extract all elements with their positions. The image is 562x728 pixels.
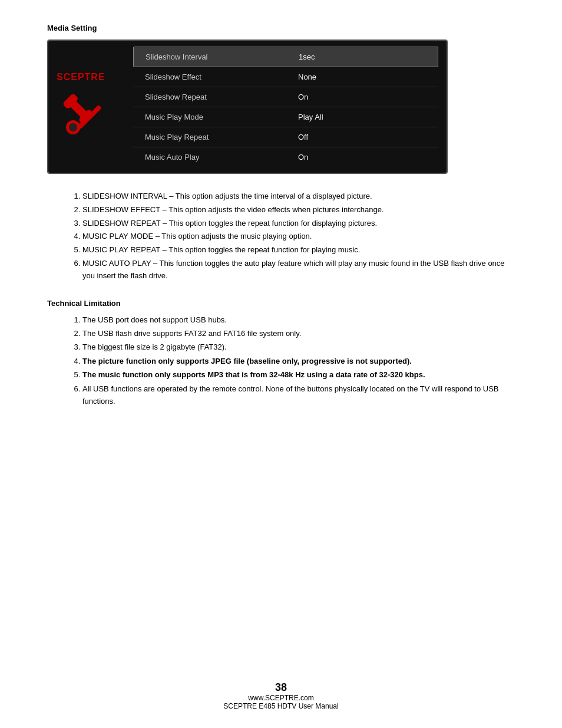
menu-row: Slideshow Interval1sec: [133, 47, 438, 67]
menu-value: 1sec: [299, 52, 315, 61]
menu-row: Music Play ModePlay All: [133, 107, 438, 127]
page-container: Media Setting SCEPTRE: [0, 0, 562, 433]
tech-item: The USB port does not support USB hubs.: [82, 314, 515, 326]
menu-label: Slideshow Repeat: [145, 93, 298, 101]
description-item: SLIDESHOW INTERVAL – This option adjusts…: [82, 190, 515, 203]
menu-value: On: [298, 153, 308, 162]
tech-item: The biggest file size is 2 gigabyte (FAT…: [82, 341, 515, 353]
menu-row: Music Auto PlayOn: [133, 147, 438, 167]
tv-screen: SCEPTRE: [47, 39, 448, 174]
menu-row: Slideshow EffectNone: [133, 67, 438, 87]
page-number: 38: [0, 681, 562, 694]
menu-label: Slideshow Effect: [145, 73, 298, 81]
description-item: MUSIC PLAY REPEAT – This option toggles …: [82, 244, 515, 256]
section-title: Media Setting: [47, 24, 515, 32]
description-item: SLIDESHOW EFFECT – This option adjusts t…: [82, 204, 515, 216]
page-footer: 38 www.SCEPTRE.com SCEPTRE E485 HDTV Use…: [0, 681, 562, 710]
sceptre-logo-area: SCEPTRE: [57, 72, 133, 142]
description-item: MUSIC PLAY MODE – This option adjusts th…: [82, 230, 515, 243]
logo-text: SCEPTRE: [57, 72, 105, 82]
tech-title: Technical Limitation: [47, 299, 515, 308]
technical-limitation-section: Technical Limitation The USB port does n…: [47, 299, 515, 408]
tech-item: The picture function only supports JPEG …: [82, 355, 515, 367]
tech-item: The music function only supports MP3 tha…: [82, 368, 515, 381]
description-item: MUSIC AUTO PLAY – This function toggles …: [82, 258, 515, 282]
tech-item: All USB functions are operated by the re…: [82, 383, 515, 408]
description-list: SLIDESHOW INTERVAL – This option adjusts…: [47, 190, 515, 282]
menu-label: Slideshow Interval: [146, 52, 299, 61]
menu-value: On: [298, 93, 308, 101]
tv-header: SCEPTRE: [48, 41, 447, 173]
tech-item: The USB flash drive supports FAT32 and F…: [82, 327, 515, 340]
description-item: SLIDESHOW REPEAT – This option toggles t…: [82, 218, 515, 230]
menu-label: Music Play Repeat: [145, 133, 298, 141]
tech-list: The USB port does not support USB hubs.T…: [47, 314, 515, 408]
menu-label: Music Auto Play: [145, 153, 298, 162]
menu-value: Play All: [298, 113, 323, 121]
footer-url: www.SCEPTRE.com: [0, 694, 562, 702]
menu-value: None: [298, 73, 316, 81]
menu-row: Slideshow RepeatOn: [133, 87, 438, 107]
menu-rows: Slideshow Interval1secSlideshow EffectNo…: [133, 47, 438, 167]
menu-row: Music Play RepeatOff: [133, 127, 438, 147]
svg-point-6: [69, 123, 77, 131]
footer-model: SCEPTRE E485 HDTV User Manual: [0, 702, 562, 710]
tool-icon: [57, 87, 110, 142]
menu-value: Off: [298, 133, 308, 141]
sceptre-logo-text: SCEPTRE: [57, 72, 105, 83]
menu-label: Music Play Mode: [145, 113, 298, 121]
